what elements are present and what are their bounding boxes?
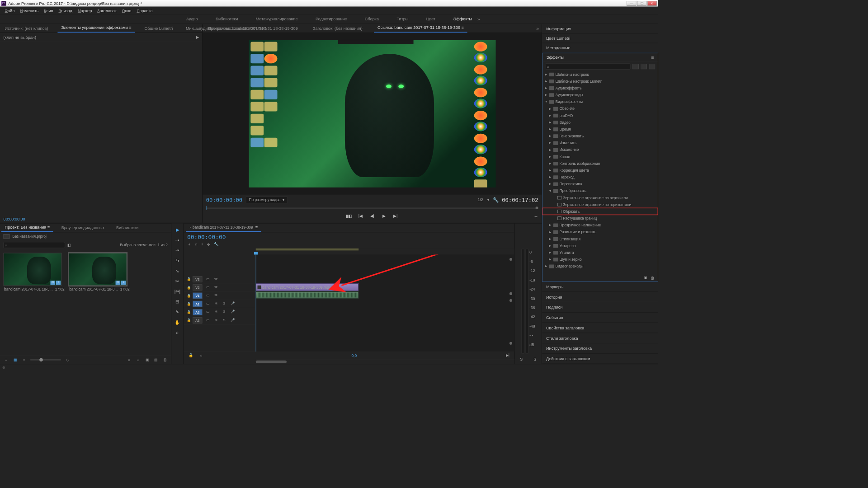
fx-item[interactable]: ▶Утилита [542, 249, 658, 256]
new-bin-icon[interactable]: ▣ [644, 276, 647, 280]
wrench-icon[interactable]: 🔧 [214, 242, 219, 246]
panel-Информация[interactable]: Информация [542, 24, 658, 33]
solo-l[interactable]: S [520, 357, 523, 364]
menu-Окно[interactable]: Окно [119, 7, 134, 14]
tab[interactable]: Браузер медиаданных [58, 224, 108, 232]
playhead[interactable] [256, 254, 256, 352]
bin-item[interactable]: ▭♪bandicam 2017-07-31 18-3...17:02 [69, 253, 130, 293]
overflow-icon[interactable]: » [197, 26, 199, 32]
scroll-handle[interactable] [509, 292, 512, 295]
fx-item[interactable]: Обрезать [542, 208, 658, 215]
project-search[interactable] [4, 242, 65, 248]
fx-item[interactable]: ▶Время [542, 126, 658, 132]
fx-item[interactable]: ▶Аудиоэффекты [542, 84, 658, 91]
track-select-tool[interactable]: ⇢ [173, 236, 181, 244]
workspace-Библиотеки[interactable]: Библиотеки [214, 15, 240, 23]
fx-item[interactable]: ▶Искажение [542, 146, 658, 153]
fx-badge-1[interactable] [632, 64, 639, 69]
fx-item[interactable]: ▶Видео [542, 119, 658, 126]
fx-item[interactable]: ▶Канал [542, 153, 658, 160]
panel-События[interactable]: События [542, 313, 658, 323]
panel-Метаданные[interactable]: Метаданные [542, 43, 658, 53]
tab[interactable]: Библиотеки [113, 224, 142, 232]
menu-Справка[interactable]: Справка [134, 7, 155, 14]
zoom-tool[interactable]: ⌕ [173, 328, 181, 336]
panel-Действия с заголовком[interactable]: Действия с заголовком [542, 354, 658, 364]
marker-icon[interactable]: ⫲ [202, 242, 203, 246]
wrench-icon[interactable]: 🔧 [493, 197, 499, 202]
maximize-button[interactable]: ❐ [637, 1, 646, 6]
panel-История[interactable]: История [542, 292, 658, 302]
menu-Файл[interactable]: Файл [2, 7, 18, 14]
panel-Маркеры[interactable]: Маркеры [542, 282, 658, 292]
ripple-edit-tool[interactable]: ⇥ [173, 246, 181, 254]
add-marker-button[interactable]: ▮◧ [345, 213, 352, 220]
scroll-handle[interactable] [509, 299, 512, 302]
frame-back-button[interactable]: ◀| [369, 213, 376, 220]
zoom-value[interactable]: 0,0 [209, 353, 499, 357]
fx-item[interactable]: ▶Obsolete [542, 105, 658, 112]
panel-Цвет Lumetri[interactable]: Цвет Lumetri [542, 33, 658, 43]
pen-tool[interactable]: ✎ [173, 308, 181, 316]
audio-track-header[interactable]: 🔒A2▭MS🎤 [184, 308, 255, 316]
overflow-icon[interactable]: » [477, 16, 480, 22]
sequence-tab[interactable]: ×bandicam 2017-07-31 18-38-19-309 ≡ [186, 223, 261, 232]
effects-title[interactable]: Эффекты [547, 55, 651, 59]
chevron-right-icon[interactable]: ▶ [196, 35, 199, 39]
filter-icon[interactable]: ◧ [67, 243, 74, 247]
fx-item[interactable]: ▶Генерировать [542, 132, 658, 139]
snap-icon[interactable]: ⫰ [189, 242, 191, 246]
fx-item[interactable]: ▶Коррекция цвета [542, 167, 658, 174]
delete-icon[interactable]: 🗑 [651, 276, 654, 280]
menu-Эпизод[interactable]: Эпизод [56, 7, 75, 14]
rate-stretch-tool[interactable]: ⤡ [173, 267, 181, 275]
play-button[interactable]: ▶ [380, 213, 387, 220]
workspace-Редактирование[interactable]: Редактирование [314, 15, 349, 23]
fx-item[interactable]: ▶Устарело [542, 242, 658, 249]
timeline-scrollbar[interactable] [256, 359, 514, 364]
tab[interactable]: Общие Lumetri [141, 24, 176, 33]
source-timecode[interactable]: 00:00:00:00 [0, 216, 202, 223]
timeline-content[interactable]: bandicam 2017-07-31 18-38-19-309.mp4 [V] [256, 254, 514, 352]
tab[interactable]: Проект: Без названия ≡ [1, 223, 53, 232]
add-button[interactable]: + [534, 214, 538, 220]
new-item-button[interactable]: ▤ [153, 357, 159, 362]
effects-search[interactable] [545, 63, 631, 70]
fx-item[interactable]: ▼Видеоэффекты [542, 99, 658, 105]
fx-item[interactable]: ▼Преобразовать [542, 188, 658, 194]
find-button[interactable]: ⌕ [136, 357, 141, 362]
video-clip[interactable]: bandicam 2017-07-31 18-38-19-309.mp4 [V] [256, 283, 359, 291]
panel-Стили заголовка[interactable]: Стили заголовка [542, 333, 658, 343]
razor-tool[interactable]: ✂ [173, 277, 181, 285]
goto-end-icon[interactable]: ▶| [506, 353, 509, 358]
zoom-slider[interactable] [30, 359, 61, 360]
panel-Инструменты заголовка[interactable]: Инструменты заголовка [542, 343, 658, 354]
timeline-ruler[interactable] [256, 249, 514, 255]
program-tc-in[interactable]: 00:00:00:00 [206, 197, 242, 203]
tab[interactable]: Источник: (нет клипов) [1, 24, 52, 33]
step-back-button[interactable]: |◀ [357, 213, 364, 220]
workspace-Сборка[interactable]: Сборка [363, 15, 381, 23]
scroll-handle[interactable] [509, 342, 512, 345]
audio-track-header[interactable]: 🔒A1▭MS🎤 [184, 300, 255, 308]
new-bin-button[interactable]: ▣ [144, 357, 150, 362]
icon-view-button[interactable]: ▦ [12, 357, 18, 362]
workspace-Аудио[interactable]: Аудио [184, 15, 200, 23]
resolution-dropdown[interactable]: 1/2 ▾ [478, 197, 489, 202]
fx-item[interactable]: ▶Шаблоны настроек [542, 71, 658, 78]
hand-tool[interactable]: ✋ [173, 318, 181, 326]
fx-badge-icon[interactable] [258, 286, 261, 289]
video-track-header[interactable]: 🔒V1▭👁 [184, 291, 255, 300]
fx-item[interactable]: ▶Перспектива [542, 181, 658, 188]
rolling-edit-tool[interactable]: ⇆ [173, 256, 181, 264]
fx-item[interactable]: ▶Переход [542, 174, 658, 180]
timeline-timecode[interactable]: 00:00:00:00 [187, 234, 226, 240]
settings-icon[interactable]: ⬙ [207, 242, 210, 246]
tab[interactable]: Элементы управления эффектами ≡ [58, 23, 135, 33]
workspace-Цвет[interactable]: Цвет [424, 15, 437, 23]
fx-item[interactable]: ▶proDAD [542, 112, 658, 119]
audio-track-header[interactable]: 🔒A3▭MS🎤 [184, 316, 255, 324]
fx-badge-2[interactable] [641, 64, 647, 69]
panel-Свойства заголовка[interactable]: Свойства заголовка [542, 323, 658, 333]
workspace-Титры[interactable]: Титры [395, 15, 410, 23]
